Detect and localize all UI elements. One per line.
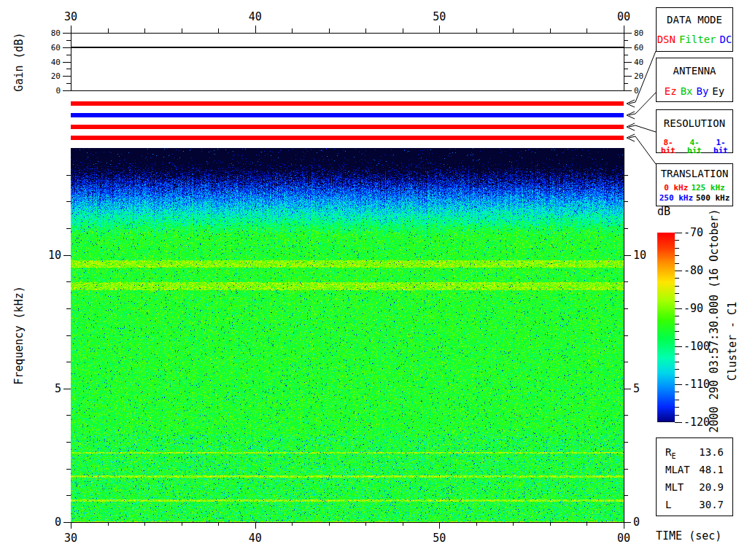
- spec-time-tick-label: 40: [249, 533, 262, 544]
- colorbar-tick-label: -80: [684, 265, 703, 276]
- legend-item-250khz: 250 kHz: [659, 194, 693, 202]
- legend-item-ey: Ey: [712, 86, 724, 96]
- freq-tick-label-right: 10: [633, 249, 646, 260]
- legend-title-resolution: RESOLUTION: [657, 118, 732, 128]
- gain-ytick-label-right: 60: [634, 43, 643, 51]
- spec-time-tick-label: 00: [617, 533, 630, 544]
- legend-item-filter: Filter: [679, 34, 716, 44]
- gain-ytick-label-right: 40: [634, 58, 643, 66]
- colorbar-tick-label: -100: [684, 341, 710, 352]
- legend-title-data-mode: DATA MODE: [657, 15, 732, 25]
- legend-item-125khz: 125 kHz: [691, 184, 724, 192]
- colorbar-tick-label: -90: [684, 303, 703, 314]
- gain-time-tick-label: 30: [64, 12, 77, 23]
- legend-item-1bit: 1-bit: [709, 139, 732, 155]
- colorbar-tick-label: -120: [684, 417, 710, 428]
- ephemeris-value-l: 30.7: [699, 497, 724, 515]
- spectrogram-canvas: [71, 148, 624, 522]
- frequency-axis-title: Frequency (kHz): [14, 286, 25, 384]
- legend-item-ez: Ez: [665, 86, 677, 96]
- legend-item-by: By: [697, 86, 709, 96]
- gain-ytick-label-right: 0: [634, 87, 639, 95]
- freq-tick-label-left: 5: [55, 383, 61, 394]
- ephemeris-label-mlat: MLAT: [665, 464, 690, 475]
- status-bar-resolution: [71, 125, 624, 129]
- legend-box-translation: TRANSLATION 0 kHz 125 kHz 250 kHz 500 kH…: [656, 163, 733, 206]
- colorbar-canvas: [657, 233, 675, 422]
- ephemeris-value-mlat: 48.1: [699, 462, 724, 480]
- gain-time-tick-label: 00: [617, 12, 630, 23]
- gain-ytick-label-left: 0: [55, 87, 61, 95]
- ephemeris-row-mlat: MLAT 48.1: [665, 462, 724, 480]
- legend-item-0khz: 0 kHz: [664, 184, 688, 192]
- gain-time-tick-label: 40: [249, 12, 262, 23]
- gain-axis-title: Gain (dB): [14, 32, 25, 91]
- ephemeris-value-mlt: 20.9: [699, 480, 724, 497]
- status-bar-translation: [71, 136, 624, 140]
- ephemeris-row-l: L 30.7: [665, 497, 724, 515]
- ephemeris-row-re: RE 13.6: [665, 445, 724, 462]
- gain-time-tick-label: 50: [433, 12, 446, 23]
- ephemeris-label-mlt: MLT: [665, 481, 684, 493]
- legend-title-antenna: ANTENNA: [657, 66, 732, 76]
- legend-item-4bit: 4-bit: [683, 139, 706, 155]
- ephemeris-box: RE 13.6 MLAT 48.1 MLT 20.9 L 30.7: [656, 438, 733, 516]
- legend-box-resolution: RESOLUTION 8-bit 4-bit 1-bit: [656, 109, 733, 153]
- legend-item-bx: Bx: [681, 86, 693, 96]
- legend-item-8bit: 8-bit: [657, 139, 680, 155]
- freq-tick-label-left: 10: [48, 249, 61, 260]
- gain-ytick-label-left: 40: [51, 58, 61, 66]
- legend-box-antenna: ANTENNA Ez Bx By Ey: [656, 58, 733, 102]
- legend-item-dc: DC: [720, 34, 732, 44]
- legend-item-dsn: DSN: [657, 34, 676, 44]
- colorbar-tick-label: -70: [684, 228, 703, 238]
- gain-ytick-label-left: 60: [51, 43, 61, 51]
- ephemeris-row-mlt: MLT 20.9: [665, 480, 724, 497]
- status-bar-data-mode: [71, 101, 624, 106]
- ephemeris-value-re: 13.6: [699, 445, 724, 462]
- freq-tick-label-left: 0: [55, 517, 61, 528]
- ephemeris-sub-re: E: [671, 452, 676, 460]
- gain-ytick-label-left: 80: [51, 29, 61, 37]
- cluster-wbd-spectrogram-page: { "gain_panel": { "ylabel": "Gain (dB)",…: [0, 0, 747, 560]
- colorbar-units-label: dB: [657, 206, 670, 217]
- freq-tick-label-right: 0: [633, 517, 640, 528]
- time-axis-title: TIME (sec): [656, 531, 721, 542]
- legend-title-translation: TRANSLATION: [657, 168, 732, 179]
- legend-item-500khz: 500 kHz: [696, 194, 729, 202]
- gain-ytick-label-right: 20: [634, 72, 643, 80]
- timestamp-vertical-title: 2000 290 03:57:30.000 (16 October): [709, 209, 720, 432]
- spec-time-tick-label: 50: [433, 533, 446, 544]
- spec-time-tick-label: 30: [64, 533, 77, 544]
- gain-ytick-label-right: 80: [634, 29, 643, 37]
- gain-ytick-label-left: 20: [51, 72, 61, 80]
- ephemeris-label-l: L: [665, 499, 671, 510]
- freq-tick-label-right: 5: [633, 383, 640, 394]
- legend-box-data-mode: DATA MODE DSN Filter DC: [656, 7, 733, 52]
- colorbar-tick-label: -110: [684, 379, 710, 390]
- spacecraft-vertical-title: Cluster - C1: [727, 302, 738, 381]
- status-bar-antenna: [71, 113, 624, 117]
